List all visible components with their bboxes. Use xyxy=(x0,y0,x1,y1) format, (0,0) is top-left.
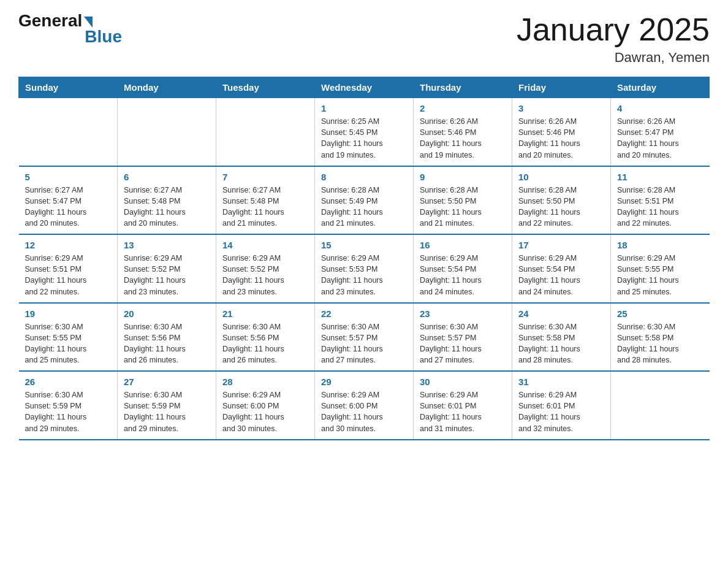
day-number: 12 xyxy=(25,240,112,250)
day-number: 31 xyxy=(518,377,604,387)
header-sunday: Sunday xyxy=(19,77,118,98)
day-info: Sunrise: 6:25 AM Sunset: 5:45 PM Dayligh… xyxy=(321,116,407,161)
calendar-table: SundayMondayTuesdayWednesdayThursdayFrid… xyxy=(18,77,710,440)
week-row-3: 12Sunrise: 6:29 AM Sunset: 5:51 PM Dayli… xyxy=(19,234,710,303)
day-cell xyxy=(118,98,216,166)
day-number: 13 xyxy=(124,240,210,250)
week-row-5: 26Sunrise: 6:30 AM Sunset: 5:59 PM Dayli… xyxy=(19,371,710,440)
header-tuesday: Tuesday xyxy=(216,77,315,98)
day-cell: 9Sunrise: 6:28 AM Sunset: 5:50 PM Daylig… xyxy=(414,166,512,235)
header-monday: Monday xyxy=(118,77,216,98)
day-info: Sunrise: 6:30 AM Sunset: 5:57 PM Dayligh… xyxy=(420,321,506,366)
day-cell: 6Sunrise: 6:27 AM Sunset: 5:48 PM Daylig… xyxy=(118,166,216,235)
day-number: 8 xyxy=(321,172,407,182)
day-cell: 26Sunrise: 6:30 AM Sunset: 5:59 PM Dayli… xyxy=(19,371,118,440)
day-info: Sunrise: 6:28 AM Sunset: 5:50 PM Dayligh… xyxy=(518,185,604,229)
day-number: 4 xyxy=(617,103,703,113)
day-info: Sunrise: 6:29 AM Sunset: 5:52 PM Dayligh… xyxy=(124,253,210,297)
logo-arrow-icon xyxy=(84,17,93,28)
day-info: Sunrise: 6:26 AM Sunset: 5:47 PM Dayligh… xyxy=(617,116,703,161)
day-cell: 22Sunrise: 6:30 AM Sunset: 5:57 PM Dayli… xyxy=(315,303,414,372)
day-info: Sunrise: 6:30 AM Sunset: 5:56 PM Dayligh… xyxy=(124,321,210,366)
day-cell: 29Sunrise: 6:29 AM Sunset: 6:00 PM Dayli… xyxy=(315,371,414,440)
day-number: 1 xyxy=(321,103,407,113)
day-number: 28 xyxy=(222,377,308,387)
day-number: 21 xyxy=(222,308,308,319)
day-number: 23 xyxy=(420,308,506,319)
day-cell: 11Sunrise: 6:28 AM Sunset: 5:51 PM Dayli… xyxy=(611,166,710,235)
day-info: Sunrise: 6:29 AM Sunset: 5:54 PM Dayligh… xyxy=(518,253,604,297)
day-info: Sunrise: 6:30 AM Sunset: 5:58 PM Dayligh… xyxy=(617,321,703,366)
header-wednesday: Wednesday xyxy=(315,77,414,98)
day-number: 14 xyxy=(222,240,308,250)
day-number: 3 xyxy=(518,103,604,113)
day-number: 25 xyxy=(617,308,703,319)
day-info: Sunrise: 6:29 AM Sunset: 5:54 PM Dayligh… xyxy=(420,253,506,297)
day-cell xyxy=(19,98,118,166)
day-info: Sunrise: 6:28 AM Sunset: 5:49 PM Dayligh… xyxy=(321,185,407,229)
day-cell: 18Sunrise: 6:29 AM Sunset: 5:55 PM Dayli… xyxy=(611,234,710,303)
day-number: 2 xyxy=(420,103,506,113)
day-cell: 21Sunrise: 6:30 AM Sunset: 5:56 PM Dayli… xyxy=(216,303,315,372)
day-cell: 7Sunrise: 6:27 AM Sunset: 5:48 PM Daylig… xyxy=(216,166,315,235)
day-info: Sunrise: 6:29 AM Sunset: 5:52 PM Dayligh… xyxy=(222,253,308,297)
day-number: 27 xyxy=(124,377,210,387)
day-cell: 23Sunrise: 6:30 AM Sunset: 5:57 PM Dayli… xyxy=(414,303,512,372)
day-cell: 30Sunrise: 6:29 AM Sunset: 6:01 PM Dayli… xyxy=(414,371,512,440)
day-info: Sunrise: 6:26 AM Sunset: 5:46 PM Dayligh… xyxy=(420,116,506,161)
day-number: 16 xyxy=(420,240,506,250)
day-cell xyxy=(216,98,315,166)
week-row-2: 5Sunrise: 6:27 AM Sunset: 5:47 PM Daylig… xyxy=(19,166,710,235)
day-number: 10 xyxy=(518,172,604,182)
day-number: 15 xyxy=(321,240,407,250)
day-cell xyxy=(611,371,710,440)
day-info: Sunrise: 6:30 AM Sunset: 5:58 PM Dayligh… xyxy=(518,321,604,366)
week-row-4: 19Sunrise: 6:30 AM Sunset: 5:55 PM Dayli… xyxy=(19,303,710,372)
day-cell: 14Sunrise: 6:29 AM Sunset: 5:52 PM Dayli… xyxy=(216,234,315,303)
logo-blue-text: Blue xyxy=(85,28,122,45)
day-cell: 28Sunrise: 6:29 AM Sunset: 6:00 PM Dayli… xyxy=(216,371,315,440)
day-info: Sunrise: 6:28 AM Sunset: 5:50 PM Dayligh… xyxy=(420,185,506,229)
day-cell: 8Sunrise: 6:28 AM Sunset: 5:49 PM Daylig… xyxy=(315,166,414,235)
day-cell: 12Sunrise: 6:29 AM Sunset: 5:51 PM Dayli… xyxy=(19,234,118,303)
day-cell: 24Sunrise: 6:30 AM Sunset: 5:58 PM Dayli… xyxy=(512,303,611,372)
day-number: 18 xyxy=(617,240,703,250)
day-info: Sunrise: 6:29 AM Sunset: 5:53 PM Dayligh… xyxy=(321,253,407,297)
day-cell: 31Sunrise: 6:29 AM Sunset: 6:01 PM Dayli… xyxy=(512,371,611,440)
day-cell: 4Sunrise: 6:26 AM Sunset: 5:47 PM Daylig… xyxy=(611,98,710,166)
day-cell: 27Sunrise: 6:30 AM Sunset: 5:59 PM Dayli… xyxy=(118,371,216,440)
day-number: 22 xyxy=(321,308,407,319)
day-info: Sunrise: 6:30 AM Sunset: 5:57 PM Dayligh… xyxy=(321,321,407,366)
day-cell: 2Sunrise: 6:26 AM Sunset: 5:46 PM Daylig… xyxy=(414,98,512,166)
day-cell: 1Sunrise: 6:25 AM Sunset: 5:45 PM Daylig… xyxy=(315,98,414,166)
day-info: Sunrise: 6:29 AM Sunset: 6:01 PM Dayligh… xyxy=(420,389,506,434)
day-cell: 20Sunrise: 6:30 AM Sunset: 5:56 PM Dayli… xyxy=(118,303,216,372)
day-number: 7 xyxy=(222,172,308,182)
calendar-subtitle: Dawran, Yemen xyxy=(517,50,710,66)
week-row-1: 1Sunrise: 6:25 AM Sunset: 5:45 PM Daylig… xyxy=(19,98,710,166)
day-cell: 3Sunrise: 6:26 AM Sunset: 5:46 PM Daylig… xyxy=(512,98,611,166)
day-info: Sunrise: 6:30 AM Sunset: 5:56 PM Dayligh… xyxy=(222,321,308,366)
day-number: 17 xyxy=(518,240,604,250)
day-info: Sunrise: 6:27 AM Sunset: 5:48 PM Dayligh… xyxy=(222,185,308,229)
header-saturday: Saturday xyxy=(611,77,710,98)
calendar-title: January 2025 xyxy=(517,12,710,47)
page-header: General General Blue January 2025 Dawran… xyxy=(18,12,710,66)
day-cell: 17Sunrise: 6:29 AM Sunset: 5:54 PM Dayli… xyxy=(512,234,611,303)
calendar-title-block: January 2025 Dawran, Yemen xyxy=(517,12,710,66)
day-number: 30 xyxy=(420,377,506,387)
day-info: Sunrise: 6:29 AM Sunset: 5:55 PM Dayligh… xyxy=(617,253,703,297)
day-number: 24 xyxy=(518,308,604,319)
day-info: Sunrise: 6:30 AM Sunset: 5:59 PM Dayligh… xyxy=(124,389,210,434)
day-cell: 25Sunrise: 6:30 AM Sunset: 5:58 PM Dayli… xyxy=(611,303,710,372)
day-info: Sunrise: 6:28 AM Sunset: 5:51 PM Dayligh… xyxy=(617,185,703,229)
day-cell: 15Sunrise: 6:29 AM Sunset: 5:53 PM Dayli… xyxy=(315,234,414,303)
day-info: Sunrise: 6:29 AM Sunset: 6:01 PM Dayligh… xyxy=(518,389,604,434)
day-info: Sunrise: 6:29 AM Sunset: 6:00 PM Dayligh… xyxy=(321,389,407,434)
header-friday: Friday xyxy=(512,77,611,98)
day-info: Sunrise: 6:30 AM Sunset: 5:55 PM Dayligh… xyxy=(25,321,112,366)
day-cell: 10Sunrise: 6:28 AM Sunset: 5:50 PM Dayli… xyxy=(512,166,611,235)
day-info: Sunrise: 6:27 AM Sunset: 5:48 PM Dayligh… xyxy=(124,185,210,229)
day-info: Sunrise: 6:30 AM Sunset: 5:59 PM Dayligh… xyxy=(25,389,112,434)
day-cell: 5Sunrise: 6:27 AM Sunset: 5:47 PM Daylig… xyxy=(19,166,118,235)
